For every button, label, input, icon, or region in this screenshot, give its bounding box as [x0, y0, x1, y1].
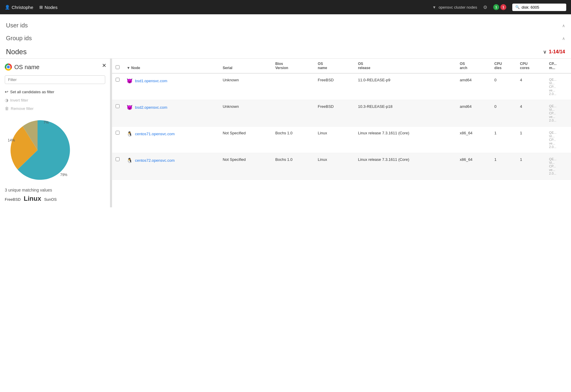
freebsd-icon: 😈	[127, 78, 133, 84]
group-ids-section[interactable]: Group ids ∧	[6, 32, 565, 45]
linux-icon: 🐧	[127, 157, 133, 163]
col-os-name: OSname	[314, 59, 354, 73]
row-checkbox-cell	[112, 127, 123, 153]
main-layout: ✕ OS name ↩ Set all candidates as filter…	[0, 58, 571, 207]
row-os-name: FreeBSD	[314, 73, 354, 100]
user-ids-section[interactable]: User ids ∧	[6, 19, 565, 32]
nodes-menu[interactable]: ⊞ Nodes	[39, 5, 58, 10]
row-serial: Not Specified	[219, 127, 272, 153]
invert-icon: ◑	[5, 98, 8, 102]
nodes-title: Nodes	[6, 48, 27, 56]
row-checkbox[interactable]	[116, 157, 120, 161]
settings-icon[interactable]: ⚙	[483, 4, 487, 10]
user-ids-title: User ids	[6, 22, 28, 29]
close-button[interactable]: ✕	[102, 62, 106, 69]
row-bios-version	[272, 100, 314, 127]
remove-filter-label: Remove filter	[11, 106, 34, 111]
invert-filter-label: Invert filter	[10, 98, 28, 102]
row-os-release: Linux release 7.3.1611 (Core)	[354, 127, 456, 153]
search-icon: 🔍	[515, 5, 520, 9]
node-name-link[interactable]: centos71.opensvc.com	[135, 132, 175, 136]
freebsd-icon: 😈	[127, 104, 133, 110]
row-checkbox[interactable]	[116, 104, 120, 108]
os-icon	[5, 63, 12, 71]
search-input[interactable]	[522, 5, 563, 10]
row-bios-version: Bochs 1.0	[272, 153, 314, 180]
grid-icon: ⊞	[39, 5, 43, 10]
table-body: 😈 bsd1.opensvc.com Unknown FreeBSD 11.0-…	[112, 73, 571, 180]
value-tag-sunos[interactable]: SunOS	[44, 197, 57, 202]
row-os-arch: amd64	[456, 73, 491, 100]
left-panel: ✕ OS name ↩ Set all candidates as filter…	[0, 59, 110, 207]
row-os-arch: amd64	[456, 100, 491, 127]
user-icon: 👤	[5, 5, 10, 10]
row-bios-version: Bochs 1.0	[272, 127, 314, 153]
filter-bar: ▼ opensvc cluster nodes	[432, 5, 477, 10]
right-panel: ▼ Node Serial BiosVersion OSname OSrelea…	[112, 59, 571, 207]
node-name-link[interactable]: centos72.opensvc.com	[135, 158, 175, 163]
row-node: 😈 bsd2.opensvc.com	[123, 100, 219, 127]
col-cpu-cores: CPUcores	[516, 59, 546, 73]
col-os-release: OSrelease	[354, 59, 456, 73]
nodes-count-label: 1-14/14	[549, 49, 565, 55]
row-cpu-dies: 0	[491, 73, 516, 100]
page-content: User ids ∧ Group ids ∧ Nodes ∨ 1-14/14	[0, 14, 571, 56]
invert-filter-button: ◑ Invert filter	[5, 96, 105, 104]
group-ids-title: Group ids	[6, 35, 32, 42]
row-cpu-cores: 1	[516, 153, 546, 180]
back-icon: ↩	[5, 89, 8, 94]
row-checkbox[interactable]	[116, 78, 120, 82]
row-bios-version	[272, 73, 314, 100]
col-os-arch: OSarch	[456, 59, 491, 73]
group-ids-collapse-icon: ∧	[562, 36, 565, 41]
nodes-section-header: Nodes ∨ 1-14/14	[6, 45, 565, 56]
row-cpu-m: QE...Vi...CP...ve...2.0...	[545, 100, 571, 127]
search-box[interactable]: 🔍	[512, 4, 566, 11]
row-serial: Unknown	[219, 100, 272, 127]
unique-values-text: 3 unique matching values	[5, 188, 105, 192]
value-tag-freebsd[interactable]: FreeBSD	[5, 197, 21, 202]
badge-container: 1 1	[493, 4, 506, 10]
row-serial: Unknown	[219, 73, 272, 100]
row-checkbox[interactable]	[116, 131, 120, 135]
table-row: 🐧 centos71.opensvc.com Not Specified Boc…	[112, 127, 571, 153]
row-os-release: 10.3-RELEASE-p18	[354, 100, 456, 127]
panel-title: OS name	[14, 64, 39, 71]
col-bios-version: BiosVersion	[272, 59, 314, 73]
pie-label-14: 14%	[8, 138, 15, 142]
panel-title-row: OS name	[5, 63, 105, 71]
filter-icon: ▼	[432, 5, 436, 10]
value-tags: FreeBSD Linux SunOS	[5, 195, 105, 203]
table-row: 🐧 centos72.opensvc.com Not Specified Boc…	[112, 153, 571, 180]
row-checkbox-cell	[112, 100, 123, 127]
set-candidates-label: Set all candidates as filter	[10, 90, 54, 94]
col-node: ▼ Node	[123, 59, 219, 73]
col-checkbox	[112, 59, 123, 73]
node-name-link[interactable]: bsd1.opensvc.com	[135, 79, 167, 83]
set-candidates-button[interactable]: ↩ Set all candidates as filter	[5, 88, 105, 96]
pie-label-7: 7%	[44, 120, 49, 125]
row-cpu-dies: 0	[491, 100, 516, 127]
trash-icon: 🗑	[5, 106, 9, 111]
nodes-label: Nodes	[45, 5, 58, 10]
filter-input[interactable]	[5, 75, 105, 84]
row-cpu-cores: 4	[516, 100, 546, 127]
table-row: 😈 bsd2.opensvc.com Unknown FreeBSD 10.3-…	[112, 100, 571, 127]
nodes-chevron[interactable]: ∨	[543, 49, 547, 55]
row-cpu-dies: 1	[491, 127, 516, 153]
row-os-release: Linux release 7.3.1611 (Core)	[354, 153, 456, 180]
nodes-count: ∨ 1-14/14	[543, 49, 565, 55]
value-tag-linux[interactable]: Linux	[24, 195, 41, 203]
row-node: 😈 bsd1.opensvc.com	[123, 73, 219, 100]
node-name-link[interactable]: bsd2.opensvc.com	[135, 105, 167, 110]
col-cpu-m: CP...m...	[545, 59, 571, 73]
row-os-arch: x86_64	[456, 127, 491, 153]
col-serial: Serial	[219, 59, 272, 73]
row-cpu-cores: 4	[516, 73, 546, 100]
pie-label-79: 79%	[60, 173, 67, 177]
badge-green: 1	[493, 4, 499, 10]
user-menu[interactable]: 👤 Christophe	[5, 5, 33, 10]
select-all-checkbox[interactable]	[116, 65, 120, 69]
col-cpu-dies: CPUdies	[491, 59, 516, 73]
row-os-release: 11.0-RELEASE-p9	[354, 73, 456, 100]
